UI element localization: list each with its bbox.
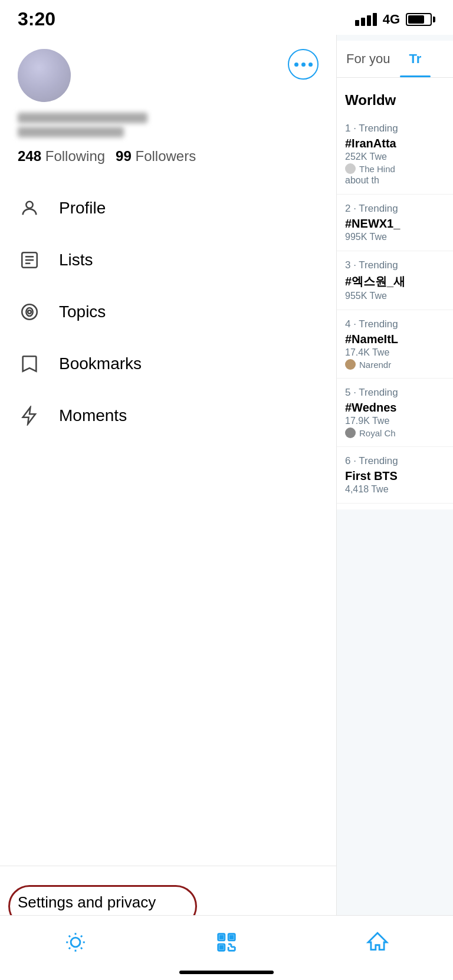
network-label: 4G	[383, 12, 400, 27]
svg-point-7	[71, 938, 80, 947]
qr-tab-button[interactable]	[203, 925, 250, 960]
trending-tab-label: Tr	[409, 51, 422, 66]
trend-count-5: 17.9K Twe	[345, 416, 453, 426]
main-layout: 248 Following 99 Followers Prof	[0, 35, 453, 974]
profile-top-row	[18, 49, 319, 102]
right-panel: For you Tr Worldw 1 · Trending #IranAtta…	[336, 35, 453, 974]
moments-icon	[18, 404, 41, 427]
sidebar-item-profile[interactable]: Profile	[0, 182, 336, 234]
svg-point-5	[22, 304, 37, 320]
trend-item-3[interactable]: 3 · Trending #엑스원_새 955K Twe	[337, 251, 453, 310]
trend-item-5[interactable]: 5 · Trending #Wednes 17.9K Twe Royal Ch	[337, 379, 453, 447]
trend-tag-5: #Wednes	[345, 401, 453, 415]
for-you-tab-label: For you	[346, 51, 390, 66]
trend-meta-5: 5 · Trending	[345, 387, 453, 399]
trend-source-name-1: The Hind	[359, 164, 395, 174]
trend-item-2[interactable]: 2 · Trending #NEWX1_ 995K Twe	[337, 195, 453, 251]
profile-nav-label: Profile	[59, 199, 106, 218]
trend-item-1[interactable]: 1 · Trending #IranAtta 252K Twe The Hind…	[337, 114, 453, 195]
svg-point-6	[28, 310, 31, 314]
trends-section: Worldw 1 · Trending #IranAtta 252K Twe T…	[337, 78, 453, 509]
following-number: 248	[18, 148, 41, 164]
topics-icon	[18, 300, 41, 324]
following-count[interactable]: 248 Following	[18, 148, 105, 165]
trend-meta-6: 6 · Trending	[345, 455, 453, 467]
trend-source-4: Narendr	[345, 359, 453, 370]
follow-stats: 248 Following 99 Followers	[18, 148, 319, 165]
svg-rect-21	[220, 946, 223, 949]
settings-label: Settings and privacy	[18, 893, 156, 911]
svg-line-14	[69, 948, 70, 949]
status-time: 3:20	[18, 8, 55, 30]
tab-trending[interactable]: Tr	[400, 41, 431, 77]
username-blurred	[18, 113, 319, 137]
settings-circled-wrapper: Settings and privacy	[18, 893, 156, 912]
right-panel-inner: For you Tr Worldw 1 · Trending #IranAtta…	[337, 35, 453, 515]
trend-count-3: 955K Twe	[345, 291, 453, 301]
more-options-button[interactable]	[288, 49, 319, 80]
trend-source-5: Royal Ch	[345, 427, 453, 438]
lists-nav-label: Lists	[59, 251, 93, 269]
trend-count-1: 252K Twe	[345, 152, 453, 162]
trend-count-4: 17.4K Twe	[345, 347, 453, 358]
status-bar: 3:20 4G	[0, 0, 453, 35]
avatar[interactable]	[18, 49, 71, 102]
moments-tab-button[interactable]	[52, 925, 99, 960]
status-icons: 4G	[355, 12, 435, 27]
profile-section: 248 Following 99 Followers	[0, 35, 336, 176]
sidebar-item-bookmarks[interactable]: Bookmarks	[0, 338, 336, 390]
svg-rect-20	[230, 935, 233, 938]
trend-meta-4: 4 · Trending	[345, 318, 453, 330]
followers-count[interactable]: 99 Followers	[116, 148, 196, 165]
sidebar-item-moments[interactable]: Moments	[0, 390, 336, 442]
trend-source-avatar-5	[345, 427, 356, 438]
person-icon	[18, 196, 41, 220]
trend-source-1: The Hind	[345, 163, 453, 174]
trend-meta-3: 3 · Trending	[345, 259, 453, 271]
handle-blurred	[18, 127, 124, 137]
trend-tag-4: #NameItL	[345, 333, 453, 346]
more-dots-icon	[294, 63, 313, 67]
trend-meta-1: 1 · Trending	[345, 123, 453, 134]
trend-tag-2: #NEWX1_	[345, 217, 453, 231]
trend-source-avatar-4	[345, 359, 356, 370]
topics-nav-label: Topics	[59, 302, 106, 321]
bookmarks-nav-label: Bookmarks	[59, 354, 142, 373]
battery-icon	[406, 13, 435, 26]
nav-divider	[0, 866, 336, 866]
trend-tag-3: #엑스원_새	[345, 274, 453, 290]
followers-label: Followers	[135, 148, 196, 164]
svg-line-13	[81, 948, 82, 949]
trend-source-name-4: Narendr	[359, 360, 391, 370]
moments-nav-label: Moments	[59, 406, 127, 425]
signal-bars-icon	[355, 13, 377, 26]
tabs-row: For you Tr	[337, 41, 453, 78]
trend-count-2: 995K Twe	[345, 232, 453, 242]
home-indicator	[179, 971, 274, 974]
svg-point-0	[26, 202, 32, 208]
trend-item-6[interactable]: 6 · Trending First BTS 4,418 Twe	[337, 447, 453, 504]
sidebar-item-lists[interactable]: Lists	[0, 234, 336, 286]
trend-tag-6: First BTS	[345, 469, 453, 483]
svg-rect-19	[220, 935, 223, 938]
bookmark-icon	[18, 352, 41, 376]
trend-item-4[interactable]: 4 · Trending #NameItL 17.4K Twe Narendr	[337, 310, 453, 379]
sidebar-item-topics[interactable]: Topics	[0, 286, 336, 338]
display-name-blurred	[18, 113, 147, 123]
trend-count-6: 4,418 Twe	[345, 484, 453, 495]
followers-number: 99	[116, 148, 132, 164]
trend-tag-1: #IranAtta	[345, 137, 453, 150]
following-label: Following	[45, 148, 105, 164]
trend-meta-2: 2 · Trending	[345, 203, 453, 215]
trend-source-name-5: Royal Ch	[359, 428, 396, 438]
trend-source-extra-1: about th	[345, 175, 453, 186]
svg-line-15	[81, 935, 82, 936]
svg-line-12	[69, 935, 70, 936]
tab-for-you[interactable]: For you	[337, 41, 400, 77]
lists-icon	[18, 248, 41, 272]
trends-header: Worldw	[337, 84, 453, 114]
drawer-panel: 248 Following 99 Followers Prof	[0, 35, 336, 974]
nav-items: Profile Lists	[0, 176, 336, 861]
trend-source-avatar-1	[345, 163, 356, 174]
home-tab-button[interactable]	[354, 925, 401, 960]
